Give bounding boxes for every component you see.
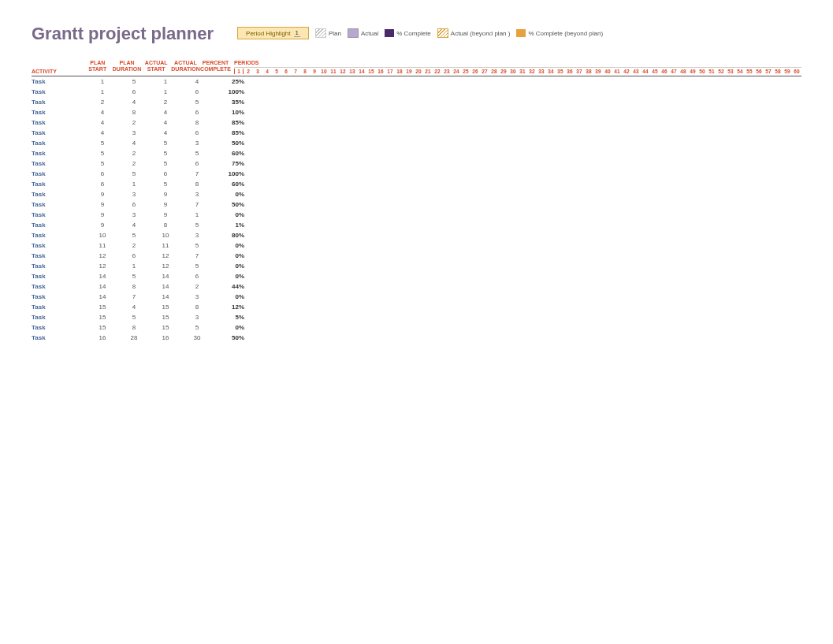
period-13: 13: [348, 69, 357, 74]
task-name: Task: [32, 322, 87, 333]
plan-duration: 28: [118, 333, 150, 343]
period-29: 29: [499, 69, 508, 74]
period-highlight-box[interactable]: Period Highlight 1: [237, 27, 309, 39]
actual-duration: 7: [181, 199, 213, 210]
table-row: Task525675%: [32, 158, 801, 169]
plan-start: 16: [87, 333, 118, 343]
percent-complete: 5%: [213, 312, 247, 322]
period-highlight-label: Period Highlight: [246, 30, 290, 37]
table-row: Task424885%: [32, 117, 801, 128]
task-name: Task: [32, 312, 87, 322]
actual-duration: 6: [181, 128, 213, 138]
legend-complete: % Complete: [385, 29, 431, 37]
actual-duration: 6: [181, 107, 213, 117]
plan-start: 14: [87, 292, 118, 302]
plan-duration: 4: [118, 220, 150, 230]
period-37: 37: [575, 69, 584, 74]
gantt-table: ACTIVITY PLANSTART PLANDURATION ACTUALST…: [32, 60, 801, 343]
table-row: Task1121150%: [32, 240, 801, 251]
period-14: 14: [357, 69, 366, 74]
plan-duration: 3: [118, 210, 150, 220]
plan-duration: 5: [118, 271, 150, 281]
period-46: 46: [660, 69, 669, 74]
period-11: 11: [329, 69, 338, 74]
table-row: Task1616100%: [32, 87, 801, 97]
plan-duration: 4: [118, 302, 150, 312]
task-name: Task: [32, 230, 87, 240]
period-22: 22: [433, 69, 442, 74]
actual-start: 6: [150, 169, 181, 179]
table-row: Task94851%: [32, 220, 801, 230]
period-21: 21: [423, 69, 433, 74]
task-name: Task: [32, 158, 87, 169]
period-28: 28: [489, 69, 499, 74]
plan-start: 9: [87, 189, 118, 199]
task-name: Task: [32, 189, 87, 199]
legend-plan: Plan: [315, 28, 341, 38]
plan-duration: 4: [118, 138, 150, 148]
period-1: 1: [234, 69, 244, 74]
period-38: 38: [584, 69, 593, 74]
period-52: 52: [716, 69, 726, 74]
period-3: 3: [253, 69, 262, 74]
plan-duration: 7: [118, 292, 150, 302]
period-26: 26: [470, 69, 480, 74]
actual-swatch-icon: [348, 28, 359, 38]
table-row: Task242535%: [32, 97, 801, 107]
percent-complete: 80%: [213, 230, 247, 240]
plan-duration: 2: [118, 240, 150, 251]
actual-duration: 3: [181, 189, 213, 199]
actual-start: 15: [150, 312, 181, 322]
actual-start: 5: [150, 148, 181, 158]
percent-complete: 44%: [213, 281, 247, 292]
actual-start: 9: [150, 210, 181, 220]
actual-start: 12: [150, 261, 181, 271]
actual-duration: 7: [181, 251, 213, 261]
actual-start: 4: [150, 117, 181, 128]
plan-duration: 8: [118, 107, 150, 117]
complete-swatch-icon: [385, 29, 394, 37]
task-name: Task: [32, 199, 87, 210]
table-row: Task1471430%: [32, 292, 801, 302]
col-actual-duration: ACTUALDURATION: [171, 60, 200, 74]
table-row: Task484610%: [32, 107, 801, 117]
percent-complete: 0%: [213, 189, 247, 199]
period-18: 18: [395, 69, 404, 74]
actual-duration: 6: [181, 271, 213, 281]
task-name: Task: [32, 240, 87, 251]
period-30: 30: [508, 69, 518, 74]
col-plan-start: PLANSTART: [83, 60, 112, 74]
period-48: 48: [679, 69, 688, 74]
table-row: Task151425%: [32, 76, 801, 87]
actual-start: 14: [150, 281, 181, 292]
actual-start: 11: [150, 240, 181, 251]
plan-start: 15: [87, 322, 118, 333]
plan-start: 5: [87, 148, 118, 158]
table-row: Task10510380%: [32, 230, 801, 240]
task-name: Task: [32, 97, 87, 107]
plan-duration: 4: [118, 97, 150, 107]
task-name: Task: [32, 169, 87, 179]
actual-start: 5: [150, 158, 181, 169]
actual-start: 14: [150, 292, 181, 302]
actual-start: 15: [150, 322, 181, 333]
task-name: Task: [32, 281, 87, 292]
legend-actual-beyond: Actual (beyond plan ): [437, 28, 511, 38]
plan-start: 5: [87, 138, 118, 148]
actual-duration: 5: [181, 322, 213, 333]
percent-complete: 35%: [213, 97, 247, 107]
period-42: 42: [622, 69, 631, 74]
percent-complete: 0%: [213, 271, 247, 281]
period-highlight-value[interactable]: 1: [294, 29, 300, 37]
percent-complete: 50%: [213, 333, 247, 343]
actual-duration: 3: [181, 230, 213, 240]
col-periods: PERIODS 12345678910111213141516171819202…: [231, 60, 801, 74]
plan-start: 15: [87, 302, 118, 312]
period-50: 50: [697, 69, 707, 74]
task-name: Task: [32, 117, 87, 128]
plan-duration: 6: [118, 87, 150, 97]
actual-start: 5: [150, 179, 181, 189]
plan-start: 4: [87, 117, 118, 128]
percent-complete: 85%: [213, 128, 247, 138]
period-25: 25: [461, 69, 470, 74]
